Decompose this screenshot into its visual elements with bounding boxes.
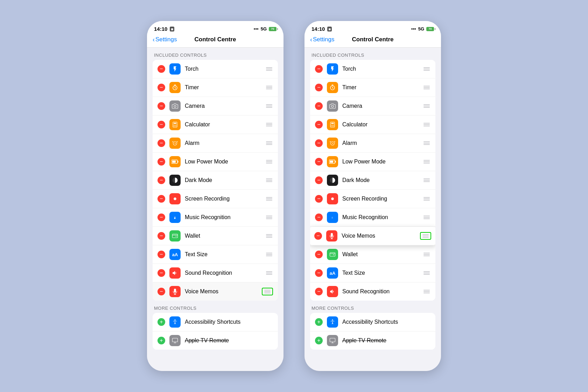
drag-handle-camera-left[interactable]	[265, 104, 273, 108]
remove-darkmode-right[interactable]: −	[315, 176, 323, 184]
drag-handle-calculator-right[interactable]	[423, 122, 430, 127]
screenrec-icon-left	[169, 193, 181, 204]
remove-alarm-left[interactable]: −	[158, 139, 165, 147]
list-item-accessibility-left[interactable]: + Accessibility Shortcuts	[153, 313, 278, 331]
list-item-camera-left[interactable]: − Camera	[153, 97, 278, 115]
drag-handle-voicememo-left[interactable]	[262, 288, 273, 295]
remove-lowpower-left[interactable]: −	[158, 158, 165, 166]
drag-handle-torch-left[interactable]	[265, 66, 273, 71]
add-accessibility-left[interactable]: +	[158, 318, 165, 326]
list-item-calculator-left[interactable]: − Calculator	[153, 115, 278, 134]
remove-alarm-right[interactable]: −	[315, 139, 323, 147]
accessibility-icon-left	[169, 316, 181, 328]
list-item-sound-right[interactable]: − Sound Recognition	[310, 282, 435, 301]
remove-camera-left[interactable]: −	[158, 102, 165, 110]
add-appletv-right[interactable]: +	[315, 337, 323, 344]
list-item-accessibility-right[interactable]: + Accessibility Shortcuts	[310, 313, 435, 331]
remove-calculator-left[interactable]: −	[158, 121, 165, 128]
drag-handle-torch-right[interactable]	[423, 66, 430, 71]
drag-handle-textsize-right[interactable]	[423, 271, 430, 275]
drag-handle-music-left[interactable]	[265, 215, 273, 220]
list-item-darkmode-left[interactable]: − Dark Mode	[153, 171, 278, 190]
remove-darkmode-left[interactable]: −	[158, 176, 165, 184]
remove-timer-left[interactable]: −	[158, 84, 165, 91]
list-item-screenrec-right[interactable]: − Screen Recording	[310, 190, 435, 208]
remove-voicememo-right[interactable]: −	[314, 232, 322, 240]
appletv-label-right: Apple TV Remote	[342, 337, 430, 344]
list-item-camera-right[interactable]: − Camera	[310, 97, 435, 115]
drag-handle-music-right[interactable]	[423, 215, 430, 220]
svg-point-40	[331, 197, 334, 200]
drag-handle-lowpower-right[interactable]	[423, 159, 430, 164]
svg-rect-19	[173, 234, 178, 238]
list-item-music-left[interactable]: − ♫ Music Recognition	[153, 208, 278, 227]
remove-torch-right[interactable]: −	[315, 65, 323, 73]
drag-handle-lowpower-left[interactable]	[265, 159, 273, 164]
drag-handle-darkmode-right[interactable]	[423, 178, 430, 183]
list-item-timer-right[interactable]: − Timer	[310, 78, 435, 97]
remove-screenrec-right[interactable]: −	[315, 195, 323, 203]
drag-handle-timer-left[interactable]	[265, 85, 273, 90]
list-item-music-right[interactable]: − ♫ Music Recognition	[310, 208, 435, 227]
drag-handle-screenrec-left[interactable]	[265, 196, 273, 201]
drag-handle-camera-right[interactable]	[423, 104, 430, 108]
remove-wallet-right[interactable]: −	[315, 251, 323, 258]
remove-sound-right[interactable]: −	[315, 288, 323, 295]
remove-lowpower-right[interactable]: −	[315, 158, 323, 166]
svg-point-32	[332, 126, 333, 127]
list-item-torch-right[interactable]: − Torch	[310, 60, 435, 78]
list-item-calculator-right[interactable]: − Calculator	[310, 115, 435, 134]
list-item-appletv-right[interactable]: + Apple TV Remote	[310, 331, 435, 350]
drag-handle-sound-left[interactable]	[265, 271, 273, 275]
drag-handle-textsize-left[interactable]	[265, 252, 273, 257]
remove-music-left[interactable]: −	[158, 214, 165, 221]
list-item-timer-left[interactable]: − Timer	[153, 78, 278, 97]
remove-screenrec-left[interactable]: −	[158, 195, 165, 203]
remove-torch-left[interactable]: −	[158, 65, 165, 73]
back-button-left[interactable]: ‹ Settings	[153, 36, 177, 43]
drag-handle-timer-right[interactable]	[423, 85, 430, 90]
list-item-darkmode-right[interactable]: − Dark Mode	[310, 171, 435, 190]
list-item-alarm-left[interactable]: − Alarm	[153, 134, 278, 153]
list-item-screenrec-left[interactable]: − Screen Recording	[153, 190, 278, 208]
list-item-voicememo-left[interactable]: − Voice Memos	[153, 282, 278, 301]
list-item-textsize-left[interactable]: − aA Text Size	[153, 245, 278, 264]
list-item-lowpower-right[interactable]: − Low Power Mode	[310, 153, 435, 171]
darkmode-label-right: Dark Mode	[342, 177, 419, 183]
drag-handle-darkmode-left[interactable]	[265, 178, 273, 183]
textsize-icon-right: aA	[327, 267, 338, 279]
list-item-textsize-right[interactable]: − aA Text Size	[310, 264, 435, 282]
remove-textsize-right[interactable]: −	[315, 269, 323, 277]
remove-voicememo-left[interactable]: −	[158, 288, 165, 295]
drag-handle-wallet-left[interactable]	[265, 233, 273, 238]
drag-handle-alarm-right[interactable]	[423, 141, 430, 146]
list-item-alarm-right[interactable]: − Alarm	[310, 134, 435, 153]
drag-handle-calculator-left[interactable]	[265, 122, 273, 127]
remove-music-right[interactable]: −	[315, 214, 323, 221]
remove-camera-right[interactable]: −	[315, 102, 323, 110]
list-item-appletv-left[interactable]: + Apple TV Remote	[153, 331, 278, 350]
music-icon-right: ♫	[327, 212, 338, 223]
add-appletv-left[interactable]: +	[158, 337, 165, 344]
drag-handle-voicememo-right[interactable]	[420, 232, 431, 240]
voicememo-label-left: Voice Memos	[185, 288, 258, 295]
drag-handle-sound-right[interactable]	[423, 289, 430, 294]
remove-calculator-right[interactable]: −	[315, 121, 323, 128]
list-item-torch-left[interactable]: − Torch	[153, 60, 278, 78]
list-item-lowpower-left[interactable]: − Low Power Mode	[153, 153, 278, 171]
remove-sound-left[interactable]: −	[158, 269, 165, 277]
sound-label-right: Sound Recognition	[342, 288, 419, 295]
drag-handle-wallet-right[interactable]	[423, 252, 430, 257]
svg-text:♫: ♫	[331, 216, 333, 219]
list-item-wallet-right[interactable]: − Wallet	[310, 245, 435, 264]
drag-handle-alarm-left[interactable]	[265, 141, 273, 146]
list-item-wallet-left[interactable]: − Wallet	[153, 227, 278, 245]
svg-point-29	[332, 125, 333, 126]
remove-textsize-left[interactable]: −	[158, 251, 165, 258]
add-accessibility-right[interactable]: +	[315, 318, 323, 326]
back-button-right[interactable]: ‹ Settings	[310, 36, 334, 43]
list-item-voicememo-right[interactable]: − Voice Memos ▲ ▼	[310, 227, 435, 245]
remove-wallet-left[interactable]: −	[158, 232, 165, 240]
list-item-sound-left[interactable]: − Sound Recognition	[153, 264, 278, 282]
remove-timer-right[interactable]: −	[315, 84, 323, 91]
